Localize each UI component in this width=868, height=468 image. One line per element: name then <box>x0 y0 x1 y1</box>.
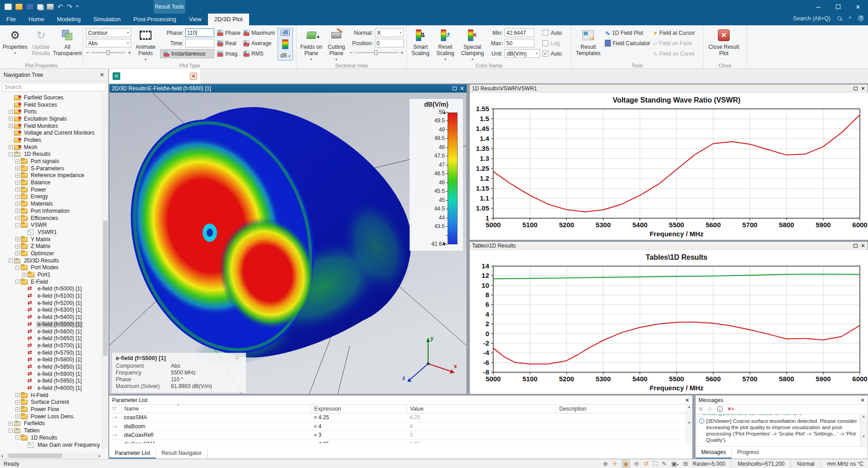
tables-chart[interactable]: 5000510052005300540055005600570058005900… <box>470 250 868 394</box>
reset-scaling-button[interactable]: ↺ Reset Scaling▾ <box>434 27 457 63</box>
tree-item[interactable]: e-field (f=5900) [1] <box>0 370 102 378</box>
tree-item[interactable]: VSWR1 <box>0 229 102 236</box>
redo-icon[interactable]: ↷ <box>67 4 73 10</box>
window-maximize-icon[interactable] <box>453 87 457 90</box>
tree-expand-icon[interactable]: + <box>9 145 13 149</box>
tree-vertical-scrollbar[interactable] <box>102 94 108 449</box>
print-icon[interactable] <box>47 4 54 10</box>
warnings-filter-icon[interactable]: ⚠ <box>708 406 712 412</box>
tree-item[interactable]: e-field (f=5700) [1] <box>0 342 102 349</box>
tree-item[interactable]: e-field (f=5100) [1] <box>0 292 102 300</box>
tree-item[interactable]: e-field (f=5300) [1] <box>0 307 102 314</box>
tree-expand-icon[interactable]: + <box>15 400 19 404</box>
tree-item[interactable]: +Optimizer <box>0 250 102 257</box>
column-expression[interactable]: Expression <box>311 405 407 413</box>
log-checkbox[interactable]: Log. <box>542 39 562 47</box>
clear-messages-icon[interactable]: ✕≡ <box>727 406 735 412</box>
position-slider[interactable]: −+ <box>349 49 404 56</box>
messages-scrollbar[interactable]: ▲▼ <box>861 414 867 447</box>
tree-horizontal-scrollbar[interactable]: ◂▸ <box>0 453 102 459</box>
parameter-row[interactable]: -⇥coaxSMA= 4.254.25 <box>109 413 692 422</box>
window-maximize-icon[interactable] <box>854 87 858 90</box>
fit-view-icon[interactable]: ⛶ <box>653 460 657 468</box>
tab-progress[interactable]: Progress <box>732 448 764 459</box>
tree-search-input[interactable]: Search <box>2 83 106 92</box>
tree-item[interactable]: Farfield Sources <box>0 94 102 101</box>
document-close-icon[interactable]: ✕ <box>190 73 197 80</box>
quick-access-more-icon[interactable]: ▾ <box>76 4 78 10</box>
tree-expand-icon[interactable]: − <box>15 223 19 227</box>
tree-expand-icon[interactable]: − <box>15 435 19 440</box>
tree-item[interactable]: +Y Matrix <box>0 236 102 243</box>
position-input[interactable]: 0 <box>375 39 404 47</box>
info-filter-icon[interactable]: i <box>717 406 723 412</box>
tree-item[interactable]: +Power Loss Dens. <box>0 413 102 420</box>
max-input[interactable]: 50 <box>505 39 534 47</box>
save-icon[interactable] <box>26 4 33 10</box>
parameter-list-close-icon[interactable]: ✕ <box>685 397 689 403</box>
tree-item[interactable]: e-field (f=5850) [1] <box>0 363 102 370</box>
update-results-button[interactable]: ↻ Update Results <box>30 27 52 56</box>
min-input[interactable]: 42.6447 <box>505 28 534 37</box>
window-close-icon[interactable]: ✕ <box>861 85 865 92</box>
tab-file[interactable]: File <box>0 14 22 25</box>
tree-expand-icon[interactable]: + <box>15 173 19 178</box>
tree-item[interactable]: e-field (f=5200) [1] <box>0 300 102 307</box>
tree-item[interactable]: e-field (f=5400) [1] <box>0 314 102 321</box>
plot-density-slider[interactable]: −+ <box>86 49 131 56</box>
maximize-button[interactable] <box>828 0 848 14</box>
tree-expand-icon[interactable]: + <box>15 407 19 412</box>
average-button[interactable]: AAverage <box>243 39 275 47</box>
tree-expand-icon[interactable]: + <box>15 414 19 418</box>
1d-field-plot-button[interactable]: ∿1D Field Plot <box>605 28 650 37</box>
tab-home[interactable]: Home <box>22 14 51 25</box>
tree-expand-icon[interactable]: − <box>15 280 19 284</box>
errors-filter-icon[interactable]: ⊗ <box>698 406 703 412</box>
search-input[interactable]: Search (Alt+Q) <box>793 15 830 22</box>
auto-max-checkbox[interactable]: ✓Auto <box>542 49 562 58</box>
tree-item[interactable]: +Excitation Signals <box>0 115 102 122</box>
navigation-tree-close-icon[interactable]: ✕ <box>99 71 104 78</box>
new-file-icon[interactable] <box>5 4 12 10</box>
add-page-icon[interactable]: ⊞ <box>683 460 688 467</box>
tab-simulation[interactable]: Simulation <box>87 14 127 25</box>
window-maximize-icon[interactable] <box>854 244 858 248</box>
tree-item[interactable]: Max Gain over Frequency <box>0 441 102 449</box>
tab-modeling[interactable]: Modeling <box>51 14 87 25</box>
normal-select[interactable]: X▾ <box>375 28 404 37</box>
help-icon[interactable]: ? <box>858 15 864 22</box>
parameter-row[interactable]: -⇥diaBoom= 44 <box>109 422 692 431</box>
tree-item[interactable]: +Mesh <box>0 144 102 151</box>
tree-item[interactable]: +S-Parameters <box>0 165 102 172</box>
parameter-row[interactable]: -⇥diaCoaxRefl= 33 <box>109 431 692 440</box>
window-close-icon[interactable]: ✕ <box>861 243 865 249</box>
status-mode[interactable]: Normal <box>797 461 815 467</box>
project-document-tab[interactable]: ≋ ✕ <box>109 69 201 84</box>
rotate-view-icon[interactable]: ↺ <box>644 460 649 467</box>
tree-expand-icon[interactable]: − <box>9 429 13 433</box>
special-clamping-button[interactable]: ✕ Special Clamping▾ <box>459 27 486 63</box>
zoom-out-icon[interactable]: ⊖ <box>634 460 639 467</box>
rms-button[interactable]: RRMS <box>243 49 275 58</box>
phase-mode-button[interactable]: ◷Phase <box>217 28 241 37</box>
tree-item[interactable]: +Efficiencies <box>0 215 102 222</box>
tree-item[interactable]: +Port1 <box>0 271 102 278</box>
field-on-face-button[interactable]: ▱Field on Face <box>653 39 695 47</box>
window-close-icon[interactable]: ✕ <box>460 85 464 92</box>
tab-messages[interactable]: Messages <box>696 448 732 459</box>
open-file-icon[interactable] <box>15 4 23 10</box>
fields-on-plane-button[interactable]: Fields on Plane▾ <box>299 27 323 63</box>
tree-item[interactable]: +Port Information <box>0 207 102 215</box>
animate-fields-button[interactable]: Animate Fields▾ <box>134 27 157 63</box>
real-mode-button[interactable]: ReReal <box>217 39 241 47</box>
contour-select[interactable]: Contour▾ <box>86 28 131 37</box>
zoom-in-icon[interactable]: ⊕ <box>603 460 608 467</box>
tree-expand-icon[interactable]: + <box>9 110 13 114</box>
field-calculator-button[interactable]: Field Calculator <box>605 39 650 47</box>
tab-result-navigator[interactable]: Result Navigator <box>156 449 208 459</box>
tree-item[interactable]: −Port Modes <box>0 264 102 271</box>
tree-expand-icon[interactable]: + <box>9 124 13 128</box>
maximum-button[interactable]: MMaximum <box>243 28 275 37</box>
tree-item[interactable]: +Z Matrix <box>0 243 102 250</box>
tree-item[interactable]: e-field (f=5000) [1] <box>0 285 102 293</box>
